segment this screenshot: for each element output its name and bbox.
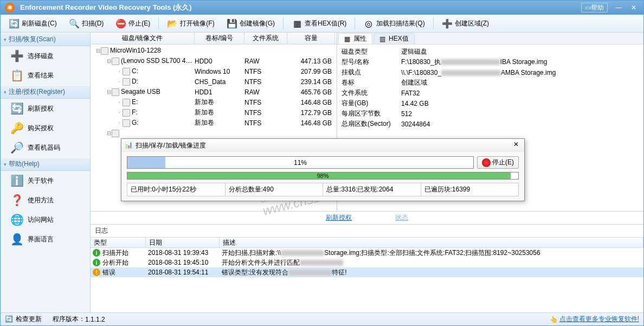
log-row[interactable]: i分析开始2018-08-31 19:45:10开始分析文件头并进行匹配 bbox=[91, 258, 643, 267]
scan-icon: 🔍 bbox=[69, 18, 80, 29]
prop-value: 14.42 GB bbox=[401, 100, 639, 107]
help-label: 帮助 bbox=[591, 3, 604, 12]
scan-button[interactable]: 🔍扫描(D) bbox=[63, 16, 110, 30]
load-results-icon: ◎ bbox=[363, 18, 374, 29]
group-help[interactable]: 帮助(Help) bbox=[1, 157, 90, 171]
dialog-close-button[interactable]: ✕ bbox=[511, 140, 521, 150]
sidebar-usage[interactable]: ❓使用方法 bbox=[1, 190, 90, 210]
dialog-stop-button[interactable]: 停止(E) bbox=[477, 156, 519, 169]
disk-icon bbox=[101, 47, 108, 55]
tab-hex-label: HEX值 bbox=[389, 34, 409, 43]
refresh-auth-link[interactable]: 刷新授权 bbox=[326, 213, 352, 222]
window-title: Enforcement Recorder Video Recovery Tool… bbox=[20, 3, 192, 12]
mid-links-bar: 刷新授权 状态 bbox=[91, 212, 643, 225]
create-region-icon: ➕ bbox=[442, 18, 453, 29]
more-software-link[interactable]: 点击查看更多专业恢复软件! bbox=[559, 315, 639, 324]
disk-table-header: 磁盘/镜像文件 卷标/编号 文件系统 容量 bbox=[91, 33, 337, 44]
tab-hex[interactable]: ▥HEX值 bbox=[373, 33, 415, 44]
prop-key: 每扇区字节数 bbox=[342, 109, 401, 118]
prop-key: 总扇区数(Sector) bbox=[342, 119, 401, 129]
select-disk-label: 选择磁盘 bbox=[28, 52, 54, 61]
log-row[interactable]: !错误2018-08-31 19:54:11错误类型:没有发现符合特征! bbox=[91, 267, 643, 277]
refresh-auth-label: 刷新授权 bbox=[28, 104, 54, 113]
group-scan-recover[interactable]: 扫描/恢复(Scan) bbox=[1, 33, 90, 46]
col-fs[interactable]: 文件系统 bbox=[244, 33, 287, 44]
sidebar-select-disk[interactable]: ➕选择磁盘 bbox=[1, 46, 90, 66]
create-image-label: 创建镜像(G) bbox=[240, 19, 275, 28]
log-date: 2018-08-31 19:39:43 bbox=[148, 249, 222, 257]
open-image-button[interactable]: 📂打开镜像(F) bbox=[162, 16, 220, 30]
select-disk-icon: ➕ bbox=[9, 49, 24, 62]
view-hex-button[interactable]: ▦查看HEX值(R) bbox=[286, 16, 352, 30]
main-toolbar: 🔄刷新磁盘(C)🔍扫描(D)⛔停止(E)📂打开镜像(F)💾创建镜像(G)▦查看H… bbox=[1, 15, 643, 33]
prop-row: 型号/名称F:\180830_执IBA Storage.img bbox=[342, 57, 639, 67]
sidebar-website[interactable]: 🌐访问网站 bbox=[1, 210, 90, 229]
log-col-date[interactable]: 日期 bbox=[146, 238, 220, 247]
disk-icon bbox=[123, 119, 130, 127]
disk-row[interactable]: ⊟MicroWin10-1228 bbox=[91, 46, 337, 56]
create-image-icon: 💾 bbox=[227, 18, 237, 29]
check-update-label: 检查更新 bbox=[16, 315, 42, 324]
sidebar-view-results[interactable]: 📋查看结果 bbox=[1, 66, 90, 85]
sidebar-refresh-auth[interactable]: 🔄刷新授权 bbox=[1, 99, 90, 118]
create-image-button[interactable]: 💾创建镜像(G) bbox=[221, 16, 280, 30]
disk-row[interactable]: ·E:新加卷NTFS146.48 GB bbox=[91, 97, 337, 107]
group-register[interactable]: 注册/授权(Register) bbox=[1, 85, 90, 99]
status-link[interactable]: 状态 bbox=[395, 213, 408, 222]
sidebar-about[interactable]: ℹ️关于软件 bbox=[1, 171, 90, 190]
progress1-text: 11% bbox=[127, 157, 473, 168]
disk-row[interactable]: ⊟ bbox=[91, 128, 337, 138]
log-col-type[interactable]: 类型 bbox=[91, 238, 146, 247]
dialog-icon: 📊 bbox=[125, 141, 133, 150]
dialog-titlebar[interactable]: 📊 扫描/保存/加载/镜像进度 ✕ bbox=[121, 139, 524, 152]
disk-row[interactable]: ⊟Seagate USBHDD1RAW465.76 GB bbox=[91, 87, 337, 97]
log-row[interactable]: i扫描开始2018-08-31 19:39:43开始扫描,扫描对象:\\Stor… bbox=[91, 248, 643, 258]
prop-key: 挂载点 bbox=[342, 68, 401, 77]
load-results-button[interactable]: ◎加载扫描结果(Q) bbox=[358, 16, 430, 30]
website-icon: 🌐 bbox=[9, 213, 24, 226]
disk-row[interactable]: ·G:新加卷NTFS146.48 GB bbox=[91, 118, 337, 128]
prop-value: F:\180830_执IBA Storage.img bbox=[401, 57, 639, 67]
log-col-desc[interactable]: 描述 bbox=[220, 238, 643, 247]
create-region-button[interactable]: ➕创建区域(Z) bbox=[436, 16, 494, 30]
machine-code-icon: 🔎 bbox=[9, 141, 24, 154]
disk-row[interactable]: ⊟(Lenovo SSD SL700 480GHDD0RAW447.13 GB bbox=[91, 56, 337, 66]
buy-auth-icon: 🔑 bbox=[9, 122, 24, 135]
col-size[interactable]: 容量 bbox=[287, 33, 335, 44]
disk-row[interactable]: ·D:CHS_DataNTFS239.14 GB bbox=[91, 76, 337, 87]
sidebar-machine-code[interactable]: 🔎查看机器码 bbox=[1, 138, 90, 157]
prop-row: 每扇区字节数512 bbox=[342, 108, 639, 119]
stop-button[interactable]: ⛔停止(E) bbox=[110, 16, 156, 30]
prop-row: 总扇区数(Sector)30244864 bbox=[342, 119, 639, 129]
log-type: 错误 bbox=[102, 268, 115, 277]
minimize-button[interactable]: — bbox=[611, 2, 626, 13]
col-label[interactable]: 卷标/编号 bbox=[195, 33, 244, 44]
stop-icon: ⛔ bbox=[115, 18, 126, 29]
sidebar-buy-auth[interactable]: 🔑购买授权 bbox=[1, 118, 90, 138]
col-disk[interactable]: 磁盘/镜像文件 bbox=[91, 33, 195, 44]
title-bar: ✱ Enforcement Recorder Video Recovery To… bbox=[1, 1, 643, 15]
sidebar-language[interactable]: 👤界面语言 bbox=[1, 229, 90, 249]
prop-row: 容量(GB)14.42 GB bbox=[342, 98, 639, 108]
log-icon: i bbox=[93, 259, 100, 266]
disk-icon bbox=[112, 130, 119, 137]
progress-bar-2: 98% bbox=[127, 172, 519, 180]
log-title: 日志 bbox=[91, 225, 643, 237]
log-type: 扫描开始 bbox=[102, 248, 128, 258]
open-image-icon: 📂 bbox=[167, 18, 178, 29]
refresh-disks-button[interactable]: 🔄刷新磁盘(C) bbox=[3, 16, 62, 30]
stat-found: 总量:3316;已发现:2064 bbox=[323, 183, 421, 196]
disk-row[interactable]: ·C:Windows 10NTFS207.99 GB bbox=[91, 66, 337, 76]
log-date: 2018-08-31 19:54:11 bbox=[148, 269, 222, 276]
prop-value: 创建区域 bbox=[401, 78, 639, 87]
disk-row[interactable]: ·F:新加卷NTFS172.79 GB bbox=[91, 107, 337, 118]
app-logo-icon: ✱ bbox=[5, 3, 15, 12]
close-button[interactable]: ✕ bbox=[626, 2, 641, 13]
version-label: 程序版本： bbox=[53, 315, 85, 324]
tab-properties[interactable]: ▦属性 bbox=[338, 33, 372, 44]
log-date: 2018-08-31 19:45:10 bbox=[148, 259, 222, 266]
prop-row: 挂载点\\.\F:\180830_AMBA Storage.img bbox=[342, 67, 639, 78]
prop-value: FAT32 bbox=[401, 90, 639, 97]
check-update[interactable]: 🔄检查更新 bbox=[5, 315, 42, 324]
help-button[interactable]: ▭ 帮助 bbox=[581, 3, 608, 12]
